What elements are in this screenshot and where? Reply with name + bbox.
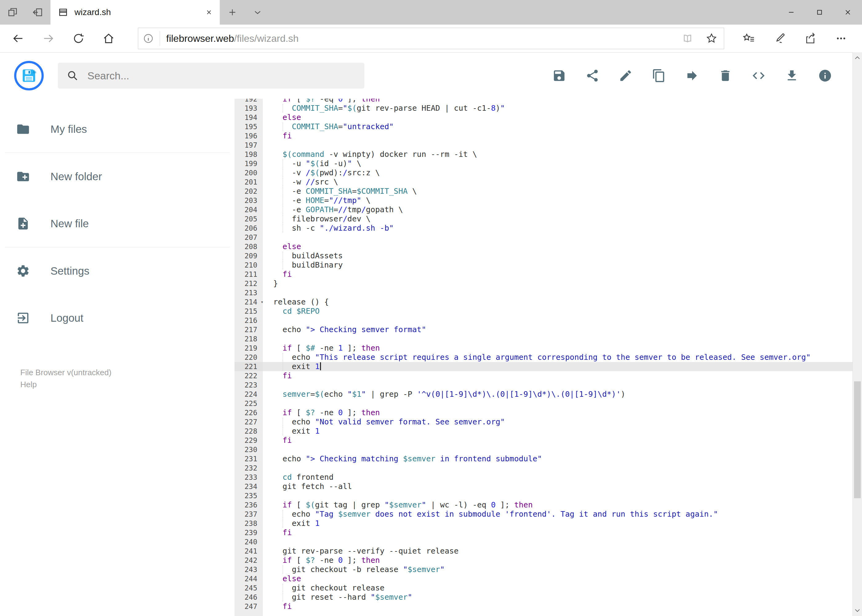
close-icon[interactable] <box>834 0 862 25</box>
share-icon[interactable] <box>795 26 826 51</box>
code-line[interactable]: if [ $# -ne 1 ]; then <box>263 344 853 353</box>
code-line[interactable]: } <box>263 279 853 288</box>
info-button[interactable] <box>818 69 832 83</box>
code-line[interactable]: sh -c "./wizard.sh -b" <box>263 223 853 233</box>
code-line[interactable]: -e GOPATH=//tmp/gopath \ <box>263 205 853 214</box>
sidebar-item-settings[interactable]: Settings <box>0 247 235 294</box>
code-line[interactable]: fi <box>263 602 853 611</box>
code-line[interactable]: git reset --hard "$semver" <box>263 592 853 602</box>
code-line[interactable]: fi <box>263 371 853 380</box>
code-line[interactable]: echo "Tag $semver does not exist in subm… <box>263 509 853 519</box>
new-tab-icon[interactable] <box>220 0 245 25</box>
code-line[interactable]: buildAssets <box>263 251 853 261</box>
code-line[interactable]: git rev-parse --verify --quiet release <box>263 547 853 556</box>
code-line[interactable]: git checkout -b release "$semver" <box>263 565 853 574</box>
code-line[interactable]: if [ $(git tag | grep "$semver" | wc -l)… <box>263 500 853 509</box>
reading-view-icon[interactable] <box>681 32 694 45</box>
code-line[interactable] <box>263 399 853 408</box>
code-line[interactable]: git checkout release <box>263 583 853 592</box>
code-line[interactable] <box>263 233 853 242</box>
back-icon[interactable] <box>3 26 33 51</box>
code-line[interactable] <box>263 380 853 390</box>
code-line[interactable]: -w //src \ <box>263 178 853 187</box>
site-info-icon[interactable] <box>142 33 154 44</box>
code-editor[interactable]: 1921931941951961971981992002012022032042… <box>235 99 853 616</box>
code-line[interactable]: fi <box>263 528 853 537</box>
code-line[interactable]: git fetch --all <box>263 482 853 491</box>
sidebar-item-my-files[interactable]: My files <box>0 105 235 152</box>
home-icon[interactable] <box>93 26 124 51</box>
delete-button[interactable] <box>718 69 733 83</box>
tab-preview-icon[interactable] <box>0 0 25 25</box>
app-version[interactable]: File Browser v(untracked) <box>20 366 235 379</box>
help-link[interactable]: Help <box>20 379 235 391</box>
rename-button[interactable] <box>619 69 633 83</box>
code-line[interactable]: else <box>263 242 853 251</box>
code-line[interactable]: semver=$(echo "$1" | grep -P '^v(0|[1-9]… <box>263 390 853 399</box>
code-line[interactable]: fi <box>263 131 853 141</box>
move-button[interactable] <box>685 69 699 83</box>
search-input[interactable] <box>87 69 356 82</box>
code-line[interactable]: -e COMMIT_SHA=$COMMIT_SHA \ <box>263 187 853 196</box>
scroll-up-icon[interactable] <box>853 52 862 63</box>
code-line[interactable]: if [ $? -ne 0 ]; then <box>263 556 853 565</box>
code-line[interactable]: exit 1 <box>263 427 853 436</box>
code-line[interactable]: exit 1 <box>263 362 853 371</box>
code-line[interactable]: -v /$(pwd):/src:z \ <box>263 168 853 178</box>
code-line[interactable] <box>263 141 853 150</box>
tab-list-chevron-icon[interactable] <box>245 0 270 25</box>
copy-button[interactable] <box>652 69 666 83</box>
code-line[interactable]: cd $REPO <box>263 306 853 316</box>
refresh-icon[interactable] <box>63 26 93 51</box>
sidebar-item-new-folder[interactable]: New folder <box>0 153 235 200</box>
favorite-star-icon[interactable] <box>705 32 718 45</box>
code-line[interactable]: exit 1 <box>263 519 853 528</box>
sidebar-item-new-file[interactable]: New file <box>0 200 235 247</box>
more-ellipsis-icon[interactable] <box>826 26 856 51</box>
minimize-icon[interactable] <box>777 0 805 25</box>
code-line[interactable] <box>263 464 853 473</box>
search-box[interactable] <box>58 63 364 89</box>
code-line[interactable] <box>263 288 853 297</box>
code-line[interactable]: echo "> Checking semver format" <box>263 325 853 334</box>
code-line[interactable]: echo "This release script requires a sin… <box>263 353 853 362</box>
sidebar-item-logout[interactable]: Logout <box>0 294 235 341</box>
code-line[interactable]: echo "Not valid semver format. See semve… <box>263 417 853 427</box>
code-line[interactable]: $(command -v winpty) docker run --rm -it… <box>263 150 853 159</box>
code-line[interactable] <box>263 491 853 500</box>
code-line[interactable] <box>263 316 853 325</box>
browser-tab[interactable]: wizard.sh <box>50 0 220 25</box>
code-line[interactable]: fi <box>263 270 853 279</box>
code-line[interactable]: if [ $? -ne 0 ]; then <box>263 408 853 417</box>
code-line[interactable]: -e HOME="//tmp" \ <box>263 196 853 205</box>
web-notes-pen-icon[interactable] <box>764 26 795 51</box>
code-line[interactable]: cd frontend <box>263 473 853 482</box>
scrollbar-thumb[interactable] <box>854 381 861 498</box>
code-line[interactable]: release () { <box>263 297 853 306</box>
page-scrollbar[interactable] <box>853 52 862 616</box>
set-tabs-aside-icon[interactable] <box>25 0 50 25</box>
code-line[interactable] <box>263 445 853 454</box>
code-line[interactable]: COMMIT_SHA="$(git rev-parse HEAD | cut -… <box>263 104 853 113</box>
hub-icon[interactable] <box>733 26 764 51</box>
scroll-down-icon[interactable] <box>853 605 862 616</box>
raw-viewer-button[interactable] <box>752 69 766 83</box>
maximize-icon[interactable] <box>805 0 834 25</box>
code-line[interactable] <box>263 537 853 547</box>
tab-close-icon[interactable] <box>205 8 213 16</box>
code-line[interactable]: filebrowser/dev \ <box>263 214 853 223</box>
code-line[interactable]: -u "$(id -u)" \ <box>263 159 853 168</box>
address-bar[interactable]: filebrowser.web/files/wizard.sh <box>138 28 724 49</box>
code-line[interactable]: buildBinary <box>263 261 853 270</box>
code-line[interactable]: COMMIT_SHA="untracked" <box>263 122 853 131</box>
share-button[interactable] <box>585 69 599 83</box>
save-button[interactable] <box>552 69 566 83</box>
code-line[interactable]: else <box>263 574 853 583</box>
code-line[interactable]: if [ $? -eq 0 ]; then <box>263 99 853 104</box>
download-button[interactable] <box>785 69 799 83</box>
forward-icon[interactable] <box>33 26 63 51</box>
code-line[interactable]: else <box>263 113 853 122</box>
editor-code[interactable]: if [ $? -eq 0 ]; then COMMIT_SHA="$(git … <box>263 99 853 611</box>
code-line[interactable]: echo "> Checking matching $semver in fro… <box>263 454 853 464</box>
url-text[interactable]: filebrowser.web/files/wizard.sh <box>166 33 298 44</box>
